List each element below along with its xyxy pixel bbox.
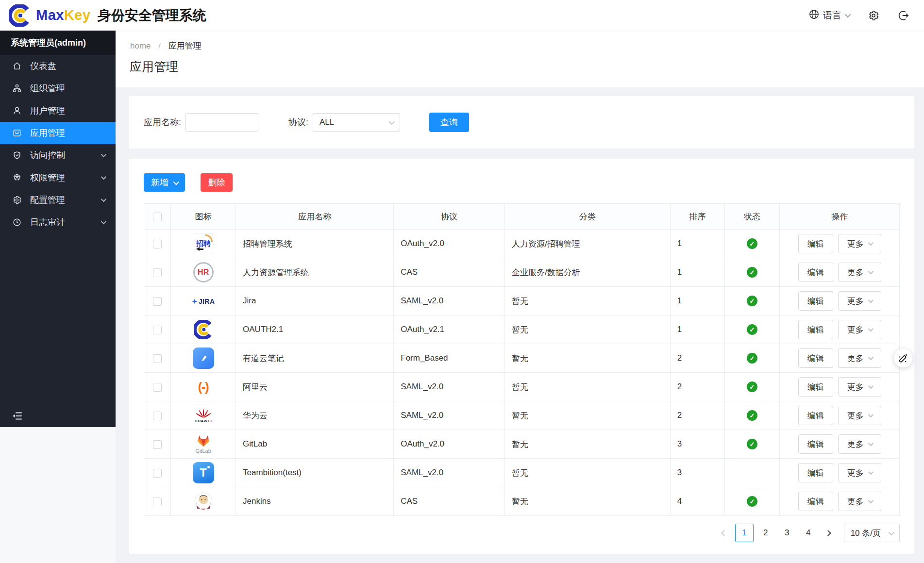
select-all-checkbox[interactable] [153,213,162,221]
protocol-cell: CAS [394,258,505,287]
sidebar-item-users[interactable]: 用户管理 [0,99,116,122]
chevron-down-icon [845,12,851,18]
main-content: home / 应用管理 应用管理 应用名称: 协议: ALL 查询 新增 删除 [116,31,924,563]
edit-button[interactable]: 编辑 [798,463,833,482]
chevron-down-icon [101,152,106,157]
actions-cell: 编辑更多 [780,430,900,459]
sort-cell: 2 [670,373,724,401]
row-checkbox[interactable] [153,440,162,449]
more-button[interactable]: 更多 [838,377,881,397]
sort-cell: 2 [670,344,724,373]
protocol-label: 协议: [288,116,308,128]
sidebar-item-access[interactable]: 访问控制 [0,144,116,166]
category-cell: 暂无 [504,487,670,516]
edit-button[interactable]: 编辑 [798,263,833,282]
sidebar-collapse-button[interactable] [10,409,24,423]
row-checkbox[interactable] [153,354,162,363]
more-button[interactable]: 更多 [838,320,881,339]
more-button[interactable]: 更多 [838,263,881,282]
add-button[interactable]: 新增 [144,173,185,192]
edit-button[interactable]: 编辑 [798,320,833,339]
sidebar-item-dashboard[interactable]: 仪表盘 [0,55,116,77]
sort-cell: 1 [670,315,724,344]
category-cell: 暂无 [504,315,670,344]
settings-button[interactable] [868,10,879,21]
sidebar-item-org[interactable]: 组织管理 [0,77,116,99]
sidebar-item-label: 访问控制 [30,149,65,161]
edit-button[interactable]: 编辑 [798,492,833,511]
pagination-next-button[interactable] [821,524,836,542]
search-button[interactable]: 查询 [429,113,469,132]
table-row: JenkinsCAS暂无4✓编辑更多 [144,487,900,516]
sidebar-item-apps[interactable]: 应用管理 [0,122,116,144]
logout-button[interactable] [898,10,909,21]
sidebar-item-permissions[interactable]: 权限管理 [0,166,116,189]
edit-button[interactable]: 编辑 [798,291,833,311]
more-button[interactable]: 更多 [838,463,881,482]
more-button-label: 更多 [847,439,864,450]
column-header: 状态 [724,204,780,230]
status-active-icon: ✓ [747,381,757,392]
app-name-cell: GitLab [236,430,394,459]
edit-button[interactable]: 编辑 [798,377,833,397]
pagination-page-2[interactable]: 2 [756,524,775,542]
pagination-page-3[interactable]: 3 [778,524,796,542]
more-button[interactable]: 更多 [838,434,881,454]
brand-max: Max [36,7,64,23]
row-checkbox[interactable] [153,469,162,478]
more-button[interactable]: 更多 [838,291,881,311]
table-row: TTeambition(test)SAML_v2.0暂无3编辑更多 [144,459,900,487]
sidebar: 系统管理员(admin) 仪表盘组织管理用户管理应用管理访问控制权限管理配置管理… [0,31,116,427]
more-button[interactable]: 更多 [838,234,881,253]
more-button-label: 更多 [847,381,864,393]
pagination-page-1[interactable]: 1 [735,524,754,542]
language-label: 语言 [823,9,841,22]
row-checkbox[interactable] [153,268,162,277]
chevron-down-icon [868,240,873,246]
logout-icon [898,10,909,21]
chevron-down-icon [868,441,873,446]
sort-cell: 3 [670,459,724,487]
status-cell [724,459,780,487]
breadcrumb: home / 应用管理 [130,40,202,51]
sidebar-menu: 仪表盘组织管理用户管理应用管理访问控制权限管理配置管理日志审计 [0,55,116,233]
menu-fold-icon [11,410,23,422]
sidebar-item-audit[interactable]: 日志审计 [0,211,116,233]
pagination-prev-button[interactable] [717,524,732,542]
app-name-cell: Teambition(test) [236,459,394,487]
protocol-select[interactable]: ALL [313,113,400,132]
status-active-icon: ✓ [747,296,757,306]
language-switcher[interactable]: 语言 [808,9,849,22]
sidebar-item-label: 应用管理 [30,127,65,139]
app-icon-youdao [193,353,214,362]
row-checkbox[interactable] [153,497,162,506]
theme-wand-button[interactable] [894,349,912,367]
row-checkbox[interactable] [153,240,162,248]
page-size-select[interactable]: 10 条/页 [844,524,900,542]
breadcrumb-home[interactable]: home [130,41,151,50]
more-button[interactable]: 更多 [838,406,881,425]
more-button[interactable]: 更多 [838,492,881,511]
row-checkbox[interactable] [153,326,162,334]
status-cell: ✓ [724,344,780,373]
status-active-icon: ✓ [747,439,757,449]
pagination-page-4[interactable]: 4 [799,524,818,542]
more-button-label: 更多 [847,324,864,335]
table-row: GitLabGitLabOAuth_v2.0暂无3✓编辑更多 [144,430,900,459]
app-name-input[interactable] [185,113,258,132]
delete-button[interactable]: 删除 [201,173,233,192]
edit-button[interactable]: 编辑 [798,234,833,253]
row-checkbox[interactable] [153,297,162,306]
sidebar-item-config[interactable]: 配置管理 [0,189,116,211]
edit-button[interactable]: 编辑 [798,434,833,454]
edit-button[interactable]: 编辑 [798,406,833,425]
row-checkbox[interactable] [153,383,162,392]
more-button[interactable]: 更多 [838,348,881,368]
row-checkbox[interactable] [153,412,162,420]
sort-cell: 2 [670,401,724,430]
globe-icon [808,9,820,22]
chevron-down-icon [868,498,873,503]
actions-cell: 编辑更多 [780,344,900,373]
sort-cell: 3 [670,430,724,459]
edit-button[interactable]: 编辑 [798,348,833,368]
